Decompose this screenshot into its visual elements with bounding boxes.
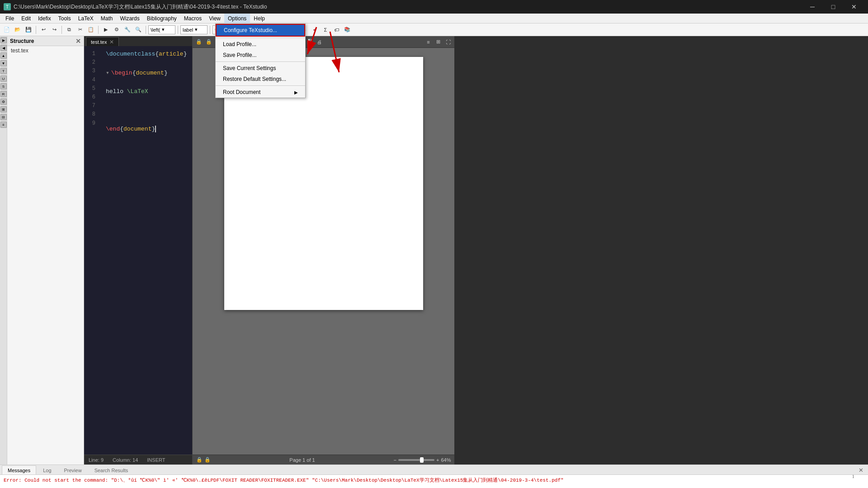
preview-lock2[interactable]: 🔒 xyxy=(204,38,213,47)
left-sidebar: ▶ ◀ ▲ ▼ T U S R ⚙ ⊞ ⊟ ≡ xyxy=(0,36,7,465)
menu-macros[interactable]: Macros xyxy=(180,14,205,23)
tb-cut[interactable]: ✂ xyxy=(75,25,85,35)
structure-file-item[interactable]: test.tex xyxy=(7,46,84,55)
close-button[interactable]: ✕ xyxy=(844,0,864,14)
tb-label-dropdown[interactable]: label ▾ xyxy=(180,25,208,34)
menu-configure-texstudio[interactable]: Configure TeXstudio... xyxy=(216,24,305,37)
zoom-slider[interactable] xyxy=(398,459,434,461)
code-line-2 xyxy=(106,59,187,69)
code-line-3: ▾\begin{document} xyxy=(106,69,187,78)
tb-copy[interactable]: ⧉ xyxy=(64,25,74,35)
menu-latex[interactable]: LaTeX xyxy=(75,14,97,23)
status-column: Column: 14 xyxy=(113,457,138,463)
menu-file[interactable]: File xyxy=(2,14,18,23)
structure-panel: Structure ✕ test.tex xyxy=(7,36,84,465)
code-line-7 xyxy=(106,106,187,116)
maximize-button[interactable]: □ xyxy=(823,0,844,14)
sidebar-btn-2[interactable]: ◀ xyxy=(0,45,7,51)
minimize-button[interactable]: ─ xyxy=(802,0,823,14)
sidebar-btn-12[interactable]: ≡ xyxy=(0,122,7,128)
structure-title: Structure xyxy=(10,38,34,44)
sidebar-btn-3[interactable]: ▲ xyxy=(0,52,7,59)
editor-tab-test[interactable]: test.tex ✕ xyxy=(86,37,119,46)
editor-status-bar: Line: 9 Column: 14 INSERT xyxy=(84,455,192,465)
title-bar: T C:\Users\Mark\Desktop\Desktop\LaTeX学习文… xyxy=(0,0,868,14)
tb-sep3 xyxy=(98,26,99,34)
menu-root-document[interactable]: Root Document ▶ xyxy=(216,87,305,98)
preview-lock-icon2: 🔒 xyxy=(204,457,211,463)
preview-save[interactable]: 💾 xyxy=(305,38,314,47)
tb-sep4 xyxy=(146,26,146,34)
tb-save[interactable]: 💾 xyxy=(24,25,33,35)
tb-check[interactable]: ✔ xyxy=(310,25,320,35)
sidebar-btn-5[interactable]: T xyxy=(0,68,7,74)
menu-idefix[interactable]: Idefix xyxy=(34,14,55,23)
sidebar-btn-9[interactable]: ⚙ xyxy=(0,99,7,105)
sidebar-btn-11[interactable]: ⊟ xyxy=(0,114,7,120)
bottom-panel-close[interactable]: ✕ xyxy=(856,466,866,474)
bottom-content: Error: Could not start the command: "D:\… xyxy=(0,475,868,488)
preview-sidebar-toggle[interactable]: ≡ xyxy=(424,38,433,47)
menu-separator-3 xyxy=(216,85,305,86)
preview-content: hello LATEX 1 xyxy=(193,48,454,455)
preview-split[interactable]: ⊞ xyxy=(434,38,443,47)
tab-search-results[interactable]: Search Results xyxy=(89,465,134,474)
menu-save-profile[interactable]: Save Profile... xyxy=(216,50,305,61)
menu-view[interactable]: View xyxy=(205,14,224,23)
preview-print[interactable]: 🖨 xyxy=(315,38,324,47)
menu-bibliography[interactable]: Bibliography xyxy=(143,14,180,23)
status-line: Line: 9 xyxy=(89,457,104,463)
sidebar-btn-7[interactable]: S xyxy=(0,83,7,89)
menu-edit[interactable]: Edit xyxy=(18,14,34,23)
preview-zoom-value: 64% xyxy=(441,457,451,463)
tb-bib[interactable]: 📚 xyxy=(342,25,352,35)
tb-open[interactable]: 📂 xyxy=(13,25,23,35)
tab-close-button[interactable]: ✕ xyxy=(109,39,114,45)
tb-ref[interactable]: 🏷 xyxy=(331,25,341,35)
editor-content[interactable]: 123456789 \documentclass{article} ▾\begi… xyxy=(84,46,192,455)
tb-paste[interactable]: 📋 xyxy=(86,25,96,35)
tb-build[interactable]: ▶ xyxy=(101,25,111,35)
preview-lock[interactable]: 🔒 xyxy=(194,38,203,47)
tb-new[interactable]: 📄 xyxy=(2,25,12,35)
bottom-tab-bar: Messages Log Preview Search Results ✕ xyxy=(0,465,868,475)
menu-bar: File Edit Idefix Tools LaTeX Math Wizard… xyxy=(0,14,868,23)
tb-sep1 xyxy=(36,26,36,34)
menu-load-profile[interactable]: Load Profile... xyxy=(216,39,305,50)
tb-sep2 xyxy=(61,26,62,34)
sidebar-btn-4[interactable]: ▼ xyxy=(0,60,7,66)
code-line-5: hello \LaTeX xyxy=(106,87,187,97)
menu-math[interactable]: Math xyxy=(97,14,117,23)
tb-sep5 xyxy=(178,26,178,34)
tb-find[interactable]: 🔍 xyxy=(133,25,143,35)
preview-status-bar: 🔒 🔒 Page 1 of 1 − + 64% xyxy=(193,455,454,465)
sidebar-btn-6[interactable]: U xyxy=(0,75,7,82)
zoom-thumb xyxy=(420,457,424,463)
tab-log[interactable]: Log xyxy=(37,465,57,474)
tb-left-dropdown[interactable]: \left( ▾ xyxy=(148,25,175,34)
structure-close-button[interactable]: ✕ xyxy=(75,38,81,45)
tb-math[interactable]: Σ xyxy=(321,25,330,35)
menu-options[interactable]: Options xyxy=(224,14,250,23)
tb-build3[interactable]: 🔧 xyxy=(123,25,132,35)
tab-preview[interactable]: Preview xyxy=(58,465,88,474)
tb-undo[interactable]: ↩ xyxy=(38,25,48,35)
tb-build2[interactable]: ⚙ xyxy=(112,25,122,35)
menu-restore-defaults[interactable]: Restore Default Settings... xyxy=(216,74,305,84)
submenu-arrow-icon: ▶ xyxy=(294,90,298,95)
tb-redo[interactable]: ↪ xyxy=(49,25,59,35)
tab-messages[interactable]: Messages xyxy=(2,465,36,474)
editor-area: test.tex ✕ 123456789 \documentclass{arti… xyxy=(84,36,192,465)
menu-tools[interactable]: Tools xyxy=(55,14,75,23)
menu-help[interactable]: Help xyxy=(250,14,269,23)
menu-wizards[interactable]: Wizards xyxy=(116,14,143,23)
page-number: 1 xyxy=(852,474,855,479)
sidebar-btn-8[interactable]: R xyxy=(0,91,7,97)
sidebar-btn-1[interactable]: ▶ xyxy=(0,37,7,43)
error-message: Error: Could not start the command: "D:\… xyxy=(4,478,564,483)
sidebar-btn-10[interactable]: ⊞ xyxy=(0,106,7,113)
bottom-panel: Messages Log Preview Search Results ✕ Er… xyxy=(0,465,868,488)
menu-save-settings[interactable]: Save Current Settings xyxy=(216,63,305,74)
options-dropdown-menu: Configure TeXstudio... Load Profile... S… xyxy=(215,23,306,98)
preview-fullscreen[interactable]: ⛶ xyxy=(443,38,453,47)
